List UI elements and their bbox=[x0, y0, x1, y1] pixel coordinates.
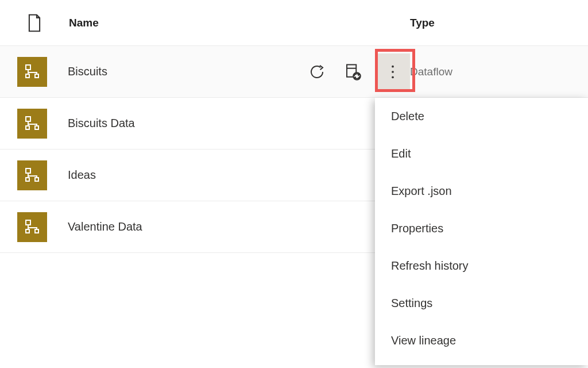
svg-rect-1 bbox=[26, 74, 29, 78]
svg-point-6 bbox=[392, 71, 394, 73]
menu-item-label: Refresh history bbox=[391, 259, 469, 273]
refresh-icon bbox=[308, 63, 326, 80]
refresh-now-button[interactable] bbox=[304, 56, 330, 88]
item-name[interactable]: Ideas bbox=[47, 168, 278, 182]
svg-rect-15 bbox=[26, 229, 29, 233]
item-type: Dataflow bbox=[410, 66, 571, 78]
menu-item-export-json[interactable]: Export .json bbox=[375, 172, 588, 210]
column-header-icon bbox=[17, 14, 52, 32]
menu-item-edit[interactable]: Edit bbox=[375, 135, 588, 172]
svg-point-5 bbox=[392, 65, 394, 67]
menu-item-label: Delete bbox=[391, 110, 424, 123]
svg-rect-8 bbox=[26, 117, 30, 121]
column-header-type[interactable]: Type bbox=[410, 17, 571, 29]
item-name[interactable]: Valentine Data bbox=[47, 220, 278, 233]
svg-rect-11 bbox=[26, 168, 30, 173]
menu-item-label: View lineage bbox=[391, 334, 456, 347]
file-icon bbox=[27, 14, 42, 32]
menu-item-settings[interactable]: Settings bbox=[375, 285, 588, 322]
dataflow-icon bbox=[24, 218, 41, 236]
menu-item-view-lineage[interactable]: View lineage bbox=[375, 322, 588, 359]
dataflow-tile-icon bbox=[17, 160, 47, 190]
schedule-refresh-icon bbox=[344, 63, 361, 80]
svg-rect-0 bbox=[26, 65, 30, 70]
dataflow-icon bbox=[24, 167, 41, 184]
item-name[interactable]: Biscuits Data bbox=[47, 117, 278, 130]
menu-item-properties[interactable]: Properties bbox=[375, 210, 588, 247]
svg-rect-2 bbox=[35, 74, 38, 78]
menu-item-delete[interactable]: Delete bbox=[375, 98, 588, 135]
column-header-row: Name Type bbox=[0, 0, 588, 46]
column-header-name[interactable]: Name bbox=[52, 17, 410, 29]
menu-item-label: Settings bbox=[391, 297, 432, 310]
svg-rect-10 bbox=[35, 126, 38, 129]
dataflow-tile-icon bbox=[17, 57, 47, 87]
svg-rect-9 bbox=[26, 126, 29, 129]
more-vertical-icon bbox=[390, 64, 395, 80]
menu-item-label: Edit bbox=[391, 147, 411, 160]
dataflow-tile-icon bbox=[17, 109, 47, 139]
menu-item-label: Export .json bbox=[391, 185, 452, 198]
svg-rect-14 bbox=[26, 220, 30, 225]
item-name[interactable]: Biscuits bbox=[47, 65, 278, 78]
context-menu: Delete Edit Export .json Properties Refr… bbox=[375, 98, 588, 365]
menu-item-refresh-history[interactable]: Refresh history bbox=[375, 247, 588, 285]
more-options-button[interactable] bbox=[376, 53, 410, 90]
menu-item-label: Properties bbox=[391, 222, 443, 235]
svg-point-7 bbox=[392, 76, 394, 78]
dataflow-icon bbox=[24, 63, 41, 80]
dataflow-tile-icon bbox=[17, 212, 47, 242]
svg-rect-13 bbox=[35, 178, 38, 181]
schedule-refresh-button[interactable] bbox=[340, 56, 365, 88]
svg-rect-12 bbox=[26, 178, 29, 181]
svg-rect-16 bbox=[35, 229, 38, 233]
dataflow-icon bbox=[24, 115, 41, 132]
list-row[interactable]: Biscuits bbox=[0, 46, 588, 98]
